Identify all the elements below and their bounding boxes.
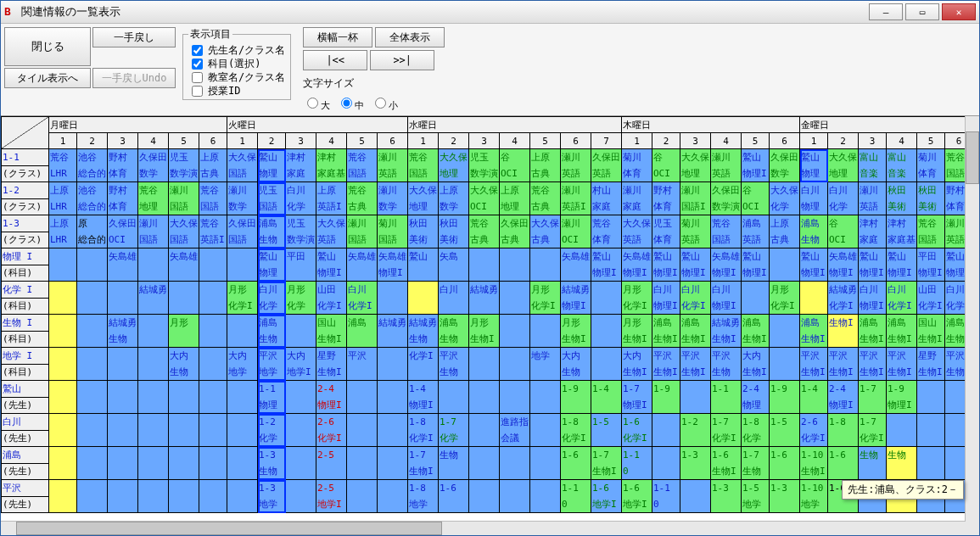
timetable-cell[interactable] xyxy=(169,447,199,480)
timetable-cell[interactable]: 1-8化学I xyxy=(561,414,591,447)
timetable-cell[interactable]: 鷲山 xyxy=(408,248,439,282)
timetable-cell[interactable]: 国山生物I xyxy=(917,315,945,348)
timetable-cell[interactable]: 1-9 xyxy=(652,381,680,414)
timetable-cell[interactable] xyxy=(408,282,439,315)
timetable-cell[interactable]: 谷OCI xyxy=(652,149,680,182)
timetable-cell[interactable]: 月形化学 xyxy=(286,282,316,315)
timetable-cell[interactable] xyxy=(591,315,622,348)
timetable-cell[interactable] xyxy=(742,282,770,315)
timetable-cell[interactable]: 1-8化学 xyxy=(742,414,770,447)
timetable-cell[interactable]: 浦島生物I xyxy=(800,315,828,348)
timetable-cell[interactable] xyxy=(138,447,169,480)
timetable-cell[interactable] xyxy=(77,447,108,480)
timetable-cell[interactable] xyxy=(500,315,530,348)
timetable-cell[interactable] xyxy=(286,381,316,414)
timetable-cell[interactable] xyxy=(469,381,500,414)
timetable-cell[interactable]: 白川化学 xyxy=(258,282,286,315)
timetable-cell[interactable] xyxy=(108,348,138,381)
timetable-cell[interactable] xyxy=(917,447,945,480)
timetable-cell[interactable]: 1-6地学I xyxy=(591,480,622,513)
timetable-cell[interactable] xyxy=(530,381,561,414)
timetable-cell[interactable]: 久保田国語 xyxy=(227,215,258,248)
timetable-cell[interactable]: 大久保地理 xyxy=(408,182,439,215)
timetable-cell[interactable]: 星野生物I xyxy=(917,348,945,381)
timetable-cell[interactable] xyxy=(378,414,408,447)
timetable-grid[interactable]: 月曜日火曜日水曜日木曜日金曜日1234561234561234567123456… xyxy=(1,116,973,513)
timetable-cell[interactable]: 上原地理 xyxy=(500,182,530,215)
timetable-cell[interactable]: 久保田OCI xyxy=(108,215,138,248)
timetable-cell[interactable] xyxy=(286,447,316,480)
timetable-cell[interactable]: 瀬川数学 xyxy=(227,182,258,215)
timetable-cell[interactable]: 大久保英語 xyxy=(622,215,652,248)
timetable-cell[interactable]: 谷OCI xyxy=(500,149,530,182)
timetable-cell[interactable]: 上原数学 xyxy=(439,182,469,215)
timetable-cell[interactable]: 池谷総合的 xyxy=(77,149,108,182)
timetable-cell[interactable] xyxy=(652,447,680,480)
timetable-cell[interactable] xyxy=(530,480,561,513)
timetable-cell[interactable]: 村山家庭 xyxy=(591,182,622,215)
timetable-cell[interactable]: 上原LHR xyxy=(49,182,77,215)
timetable-cell[interactable]: 1-6 xyxy=(561,447,591,480)
timetable-cell[interactable]: 白川物理I xyxy=(711,282,742,315)
timetable-cell[interactable]: 上原古典 xyxy=(530,149,561,182)
timetable-cell[interactable]: 野村体育 xyxy=(108,182,138,215)
timetable-cell[interactable]: 大久保OCI xyxy=(469,182,500,215)
timetable-cell[interactable] xyxy=(138,381,169,414)
timetable-cell[interactable]: 荒谷古典 xyxy=(469,215,500,248)
timetable-cell[interactable] xyxy=(199,282,227,315)
timetable-cell[interactable]: 荒谷国語 xyxy=(711,215,742,248)
timetable-cell[interactable]: 大久保地理 xyxy=(828,149,859,182)
timetable-cell[interactable]: 瀬川国語 xyxy=(138,215,169,248)
timetable-cell[interactable]: 1-10 xyxy=(561,480,591,513)
timetable-cell[interactable]: 結城勇物理I xyxy=(561,282,591,315)
timetable-cell[interactable]: 1-1 xyxy=(711,381,742,414)
timetable-cell[interactable] xyxy=(138,414,169,447)
tile-view-button[interactable]: タイル表示へ xyxy=(4,68,91,88)
timetable-cell[interactable]: 瀬川英語 xyxy=(378,149,408,182)
timetable-cell[interactable] xyxy=(378,348,408,381)
timetable-cell[interactable] xyxy=(227,480,258,513)
timetable-cell[interactable]: 2-6化学I xyxy=(800,414,828,447)
timetable-cell[interactable]: 平沢生物I xyxy=(859,348,887,381)
timetable-cell[interactable]: 瀬川家庭 xyxy=(622,182,652,215)
timetable-cell[interactable]: 久保田数学 xyxy=(138,149,169,182)
timetable-cell[interactable]: 大内生物 xyxy=(561,348,591,381)
timetable-cell[interactable]: 平沢生物I xyxy=(652,348,680,381)
timetable-cell[interactable] xyxy=(49,480,77,513)
timetable-cell[interactable]: 秋田美術 xyxy=(408,215,439,248)
timetable-cell[interactable]: 秋田美術 xyxy=(917,182,945,215)
timetable-cell[interactable]: 1-9物理I xyxy=(887,381,917,414)
timetable-cell[interactable]: 鷲山物理I xyxy=(591,248,622,282)
timetable-cell[interactable] xyxy=(199,480,227,513)
timetable-cell[interactable]: 1-8 xyxy=(828,414,859,447)
timetable-cell[interactable]: 大内生物I xyxy=(742,348,770,381)
timetable-cell[interactable]: 山田化学I xyxy=(316,282,347,315)
timetable-cell[interactable]: 池谷総合的 xyxy=(77,182,108,215)
timetable-grid-container[interactable]: 月曜日火曜日水曜日木曜日金曜日1234561234561234567123456… xyxy=(1,116,979,535)
timetable-cell[interactable]: 白川化学I xyxy=(347,282,378,315)
timetable-cell[interactable] xyxy=(199,248,227,282)
timetable-cell[interactable] xyxy=(770,248,800,282)
fontsize-medium[interactable] xyxy=(341,98,352,109)
timetable-cell[interactable]: 大久保国語 xyxy=(227,149,258,182)
timetable-cell[interactable] xyxy=(49,248,77,282)
timetable-cell[interactable] xyxy=(138,348,169,381)
timetable-cell[interactable]: 矢島雄物理I xyxy=(828,248,859,282)
timetable-cell[interactable]: 平沢生物I xyxy=(800,348,828,381)
timetable-cell[interactable]: 津村家庭基 xyxy=(316,149,347,182)
timetable-cell[interactable]: 久保田英語 xyxy=(591,149,622,182)
timetable-cell[interactable]: 1-3 xyxy=(680,447,711,480)
timetable-cell[interactable]: 1-7化学I xyxy=(711,414,742,447)
timetable-cell[interactable]: 菊川体育 xyxy=(917,149,945,182)
timetable-cell[interactable] xyxy=(347,381,378,414)
timetable-cell[interactable]: 進路指会議 xyxy=(500,414,530,447)
timetable-cell[interactable]: 結城勇化学I xyxy=(828,282,859,315)
timetable-cell[interactable]: 2-5 xyxy=(316,447,347,480)
timetable-cell[interactable]: 鷲山物理 xyxy=(258,248,286,282)
timetable-cell[interactable]: 1-7生物I xyxy=(408,447,439,480)
timetable-cell[interactable]: 星野生物I xyxy=(316,348,347,381)
timetable-cell[interactable]: 矢島雄 xyxy=(108,248,138,282)
fontsize-small[interactable] xyxy=(375,98,386,109)
timetable-cell[interactable]: 児玉国語 xyxy=(258,182,286,215)
chk-lesson-id[interactable] xyxy=(192,86,203,97)
